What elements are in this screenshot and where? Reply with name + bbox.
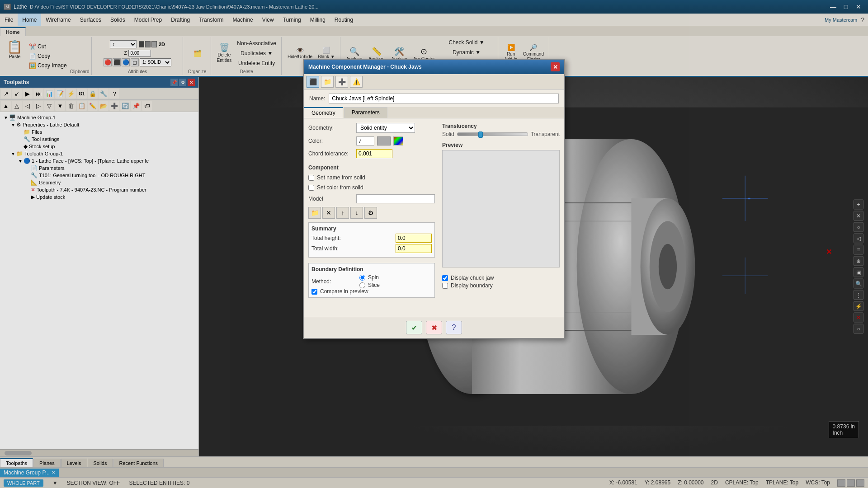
modal-tab-geometry[interactable]: Geometry: [304, 107, 343, 118]
preview-label: Preview: [442, 142, 560, 148]
geometry-row: Geometry: Solid entity: [308, 123, 435, 133]
total-height-label: Total height:: [311, 235, 341, 241]
model-buttons: 📁 ✕ ↑ ↓ ⚙: [308, 207, 435, 219]
modal-cancel-button[interactable]: ✖: [426, 321, 442, 334]
summary-title: Summary: [311, 225, 432, 232]
modal-tb-arrow[interactable]: ➕: [335, 76, 348, 88]
geometry-label: Geometry:: [308, 125, 354, 131]
modal-dialog: Machine Component Manager - Chuck Jaws ✕…: [303, 59, 565, 339]
total-width-label: Total width:: [311, 245, 339, 252]
slider-thumb[interactable]: [478, 131, 483, 138]
modal-tb-geometry[interactable]: ⬛: [307, 76, 319, 88]
geometry-select[interactable]: Solid entity: [356, 123, 415, 133]
model-btn-3[interactable]: ↑: [336, 207, 349, 219]
method-row: Method: Spin Slice: [311, 274, 432, 288]
modal-tb-folder[interactable]: 📁: [321, 76, 334, 88]
translucency-section: Translucency Solid Transparent: [442, 123, 560, 137]
model-btn-2[interactable]: ✕: [322, 207, 335, 219]
translucency-slider[interactable]: [457, 132, 528, 136]
transparent-label: Transparent: [531, 131, 560, 137]
total-width-input[interactable]: [396, 244, 432, 253]
set-name-checkbox[interactable]: [308, 175, 314, 181]
model-btn-5[interactable]: ⚙: [364, 207, 377, 219]
modal-overlay: Machine Component Manager - Chuck Jaws ✕…: [0, 0, 868, 488]
translucency-label: Translucency: [442, 123, 560, 129]
method-label: Method:: [311, 278, 357, 285]
model-btn-1[interactable]: 📁: [308, 207, 321, 219]
set-name-checkbox-row: Set name from solid: [308, 174, 435, 181]
model-input[interactable]: [356, 194, 435, 203]
set-color-checkbox-row: Set color from solid: [308, 184, 435, 191]
display-boundary-label: Display boundary: [451, 282, 493, 289]
chord-tolerance-label: Chord tolerance:: [308, 150, 354, 157]
chord-tolerance-input[interactable]: [356, 149, 392, 158]
color-picker-button[interactable]: [393, 136, 403, 145]
set-color-checkbox[interactable]: [308, 185, 314, 191]
total-height-input[interactable]: [396, 234, 432, 243]
modal-tb-warning[interactable]: ⚠️: [350, 76, 363, 88]
translucency-slider-row: Solid Transparent: [442, 131, 560, 137]
set-name-label: Set name from solid: [317, 174, 365, 181]
modal-right: Translucency Solid Transparent Preview: [442, 123, 560, 312]
modal-body: Geometry: Solid entity Color: Chord tole…: [304, 118, 564, 317]
modal-close-button[interactable]: ✕: [551, 62, 560, 71]
preview-section-wrapper: Preview: [442, 142, 560, 267]
spin-radio[interactable]: [359, 275, 365, 281]
modal-help-button[interactable]: ?: [446, 321, 462, 334]
modal-ok-button[interactable]: ✔: [406, 321, 422, 334]
boundary-title: Boundary Definition: [311, 266, 432, 272]
display-chuck-jaw-checkbox[interactable]: [442, 275, 448, 281]
modal-title: Machine Component Manager - Chuck Jaws: [308, 64, 422, 70]
modal-tabs: Geometry Parameters: [304, 107, 564, 118]
compare-preview-row: Compare in preview: [311, 288, 432, 295]
modal-toolbar: ⬛ 📁 ➕ ⚠️: [304, 74, 564, 90]
total-width-row: Total width:: [311, 244, 432, 253]
total-height-row: Total height:: [311, 234, 432, 243]
spin-radio-row: Spin: [359, 274, 380, 281]
component-section-label: Component: [308, 164, 435, 171]
solid-label: Solid: [442, 131, 454, 137]
display-boundary-row: Display boundary: [442, 282, 560, 289]
modal-name-label: Name:: [309, 95, 325, 102]
slice-label: Slice: [368, 282, 380, 288]
color-label: Color:: [308, 138, 354, 144]
slice-radio[interactable]: [359, 282, 365, 288]
compare-preview-label: Compare in preview: [320, 288, 368, 295]
display-boundary-checkbox[interactable]: [442, 283, 448, 289]
spin-label: Spin: [368, 274, 379, 281]
preview-section: [442, 150, 560, 267]
display-options: Display chuck jaw Display boundary: [442, 275, 560, 289]
boundary-section: Boundary Definition Method: Spin Slice: [308, 263, 435, 298]
modal-left: Geometry: Solid entity Color: Chord tole…: [308, 123, 435, 312]
modal-name-row: Name:: [304, 90, 564, 107]
set-color-label: Set color from solid: [317, 184, 363, 191]
modal-footer: ✔ ✖ ?: [304, 317, 564, 338]
model-row: Model: [308, 194, 435, 203]
display-chuck-jaw-label: Display chuck jaw: [451, 275, 494, 281]
model-btn-4[interactable]: ↓: [350, 207, 363, 219]
modal-titlebar: Machine Component Manager - Chuck Jaws ✕: [304, 60, 564, 74]
display-chuck-jaw-row: Display chuck jaw: [442, 275, 560, 281]
modal-tab-parameters[interactable]: Parameters: [344, 107, 387, 118]
compare-preview-checkbox[interactable]: [311, 289, 317, 295]
color-swatch[interactable]: [377, 136, 391, 145]
modal-name-input[interactable]: [329, 94, 559, 103]
summary-section: Summary Total height: Total width:: [308, 222, 435, 258]
color-input[interactable]: [356, 136, 374, 145]
color-row: Color:: [308, 136, 435, 145]
slice-radio-row: Slice: [359, 282, 380, 288]
model-label: Model: [308, 196, 354, 202]
chord-tolerance-row: Chord tolerance:: [308, 149, 435, 158]
